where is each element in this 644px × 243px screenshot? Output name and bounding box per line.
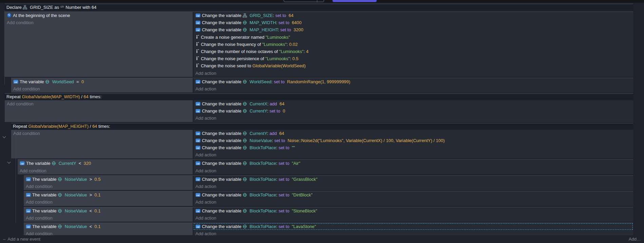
add-condition-link[interactable]: Add condition [5,19,193,26]
token-text: 320 [84,161,91,166]
variable-icon: var [26,209,31,213]
event-body: varThe variable NoiseValue > 0.5Add cond… [24,176,633,190]
action-line[interactable]: Change the noise seed to GlobalVariable(… [193,62,633,69]
add-action-label: Add action [195,86,216,91]
add-action-link[interactable]: Add action [193,214,633,222]
variable-icon: var [195,224,201,229]
token-text: The variable [32,192,58,197]
token-text: : [267,101,270,106]
action-line[interactable]: Create a noise generator named "Luminook… [193,34,633,41]
condition-line[interactable]: At the beginning of the scene [5,12,193,19]
token-text: Declare [6,5,23,10]
variable-icon: var [26,224,31,229]
events-container: Declare GRID_SIZE as ¹²³ Number with 64A… [0,4,633,237]
event-noise-dirt: varThe variable NoiseValue > 0.1Add cond… [24,191,633,206]
add-action-link[interactable]: Add action [193,70,633,77]
action-line[interactable]: varChange the variable BlockToPlace: set… [193,207,633,214]
action-line[interactable]: Change the noise frequency of "Luminooks… [193,41,633,48]
drag-handle-icon: – [3,237,5,242]
action-line[interactable]: varChange the variable BlockToPlace: set… [193,191,633,198]
add-condition-link[interactable]: Add condition [11,130,193,137]
token-text: 0.1 [94,224,100,229]
globe-icon [243,20,247,25]
action-line[interactable]: varChange the variable BlockToPlace: set… [193,160,633,167]
add-condition-link[interactable]: Add condition [11,85,193,92]
token-text: Repeat [6,94,22,99]
token-text: "Luminooks" [262,42,287,47]
add-condition-link[interactable]: Add condition [18,167,193,174]
token-text: Change the variable [202,101,243,106]
action-line[interactable]: varChange the variable NoiseValue: set t… [193,137,633,144]
add-action-link[interactable]: Add action [193,151,633,158]
toolbar-field-clipped[interactable] [284,0,324,2]
add-action-link[interactable]: Add action [193,198,633,206]
action-line[interactable]: varChange the variable BlockToPlace: set… [193,144,633,151]
condition-line[interactable]: varThe variable WorldSeed = 0 [11,78,193,85]
token-text: GlobalVariable(MAP_WIDTH) [22,94,80,99]
token-text: 6400 [290,20,302,25]
action-line[interactable]: varChange the variable BlockToPlace: set… [193,223,633,230]
add-action-link[interactable]: Add action [193,115,633,122]
action-line[interactable]: varChange the variable GRID_SIZE: set to… [193,12,633,19]
action-line[interactable]: Change the number of noise octaves of "L… [193,48,633,55]
condition-line[interactable]: varThe variable NoiseValue > 0.1 [24,191,193,198]
add-condition-link[interactable]: Add condition [24,214,193,222]
token-text: < [87,208,94,213]
action-line[interactable]: varChange the variable MAP_WIDTH: set to… [193,19,633,26]
globe-icon [243,109,247,113]
action-line[interactable]: varChange the variable CurrentY: set to … [193,107,633,115]
collapse-chevron-icon[interactable] [3,135,6,138]
svg-text:var: var [27,178,30,180]
add-action-link[interactable]: Add action [193,167,633,174]
condition-line[interactable]: varThe variable NoiseValue < 0.1 [24,207,193,214]
add-action-link[interactable]: Add action [193,183,633,190]
token-text: NoiseValue [248,138,272,143]
add-more-link[interactable]: Add… [629,237,641,242]
token-text: Change the variable [202,131,243,136]
svg-text:var: var [196,81,200,83]
conditions-column: varThe variable NoiseValue > 0.5Add cond… [24,176,193,190]
globe-icon [243,161,247,166]
event-header[interactable]: Repeat GlobalVariable(MAP_WIDTH) / 64 ti… [5,94,633,100]
action-line[interactable]: varChange the variable WorldSeed: set to… [193,78,633,85]
add-condition-link[interactable]: Add condition [24,198,193,206]
collapse-chevron-icon[interactable] [7,160,11,164]
add-condition-link[interactable]: Add condition [5,100,193,107]
token-text: Create a noise generator named [201,35,266,40]
token-text: GRID_SIZE [248,13,273,18]
add-action-link[interactable]: Add action [193,85,633,92]
action-line[interactable]: varChange the variable CurrentX: add 64 [193,100,633,107]
action-line[interactable]: varChange the variable MAP_HEIGHT: set t… [193,26,633,33]
token-text: GlobalVariable(WorldSeed) [252,63,306,68]
add-new-event-link[interactable]: Add a new event [7,237,40,242]
actions-column: varChange the variable BlockToPlace: set… [193,207,633,222]
toolbar-accent-button-clipped[interactable] [333,0,377,2]
bottom-bar: – Add a new event Add… [0,235,644,243]
condition-line[interactable]: varThe variable NoiseValue < 0.1 [24,223,193,230]
token-text: Change the number of noise octaves of [201,49,279,54]
condition-line[interactable]: varThe variable CurrentY < 320 [18,160,193,167]
event-header[interactable]: Declare GRID_SIZE as ¹²³ Number with 64 [5,4,633,11]
action-line[interactable]: varChange the variable BlockToPlace: set… [193,176,633,183]
svg-text:var: var [196,15,200,17]
variable-icon: var [195,177,201,181]
token-text: : [276,145,279,150]
token-text: 64 [83,94,88,99]
token-text: Change the variable [202,177,243,182]
action-line[interactable]: varChange the variable CurrentY: add 64 [193,130,633,137]
conditions-column: varThe variable NoiseValue > 0.1Add cond… [24,191,193,206]
add-action-label: Add action [195,168,216,173]
svg-text:var: var [196,22,200,24]
token-text: set to [279,224,290,229]
event-surface-check: varThe variable CurrentY < 320Add condit… [18,159,633,174]
add-condition-link[interactable]: Add condition [24,183,193,190]
condition-line[interactable]: varThe variable NoiseValue > 0.5 [24,176,193,183]
event-header[interactable]: Repeat GlobalVariable(MAP_HEIGHT) / 64 t… [11,123,633,130]
svg-text:var: var [196,139,200,142]
action-line[interactable]: Change the noise persistence of "Luminoo… [193,55,633,62]
token-text: Change the variable [202,224,243,229]
token-text: > [87,192,94,197]
token-text: MAP_HEIGHT [248,27,278,32]
token-text: Change the variable [202,145,243,150]
token-text: 0.1 [94,208,100,213]
